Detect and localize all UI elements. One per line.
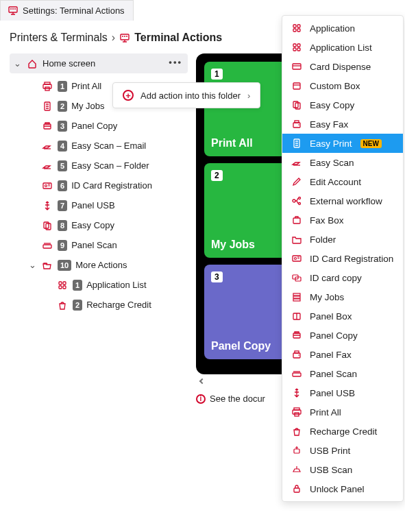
tile-label: Panel Copy bbox=[211, 340, 271, 352]
fax-icon bbox=[291, 119, 303, 130]
menu-item[interactable]: ID Card Registration bbox=[282, 249, 403, 268]
menu-item[interactable]: Custom Box bbox=[282, 76, 403, 95]
tree-item[interactable]: 5 Easy Scan – Folder bbox=[10, 156, 188, 176]
tree-root[interactable]: ⌄ Home screen ••• bbox=[10, 53, 188, 73]
tree-subitem[interactable]: 1 Application List bbox=[10, 275, 188, 295]
menu-label: Unlock Panel bbox=[310, 484, 365, 494]
item-number: 6 bbox=[58, 180, 67, 191]
menu-item[interactable]: Panel Box bbox=[282, 306, 403, 326]
folder-icon bbox=[291, 234, 303, 245]
menu-item[interactable]: Folder bbox=[282, 230, 403, 249]
item-number: 3 bbox=[58, 121, 67, 132]
tree-more-actions[interactable]: ⌄ 10 More Actions bbox=[10, 255, 188, 275]
menu-item[interactable]: Print All bbox=[282, 402, 403, 422]
tree-item[interactable]: 7 Panel USB bbox=[10, 195, 188, 215]
item-label: Recharge Credit bbox=[86, 300, 151, 310]
chevron-down-icon[interactable]: ⌄ bbox=[12, 58, 22, 69]
scan-icon bbox=[41, 160, 53, 171]
menu-item[interactable]: Application List bbox=[282, 38, 403, 57]
scroll-left-icon[interactable] bbox=[199, 378, 205, 384]
action-menu: Application Application List Card Dispen… bbox=[282, 15, 404, 502]
add-action-button[interactable]: + Add action into this folder › bbox=[112, 82, 260, 108]
scanflat-icon bbox=[41, 240, 53, 251]
scanflat-icon bbox=[291, 368, 303, 379]
menu-label: Panel Box bbox=[310, 311, 352, 322]
chevron-right-icon: › bbox=[247, 90, 250, 101]
pbox-icon bbox=[291, 311, 303, 322]
menu-label: Easy Scan bbox=[310, 158, 354, 168]
menu-label: Easy Fax bbox=[310, 119, 348, 130]
tile-number: 3 bbox=[211, 271, 223, 282]
item-number: 1 bbox=[58, 81, 67, 92]
copy-icon bbox=[291, 99, 303, 110]
copy-icon bbox=[41, 220, 53, 231]
menu-item[interactable]: External workflow bbox=[282, 191, 403, 210]
usb-icon bbox=[291, 387, 303, 398]
item-label: My Jobs bbox=[71, 101, 104, 111]
menu-item[interactable]: Easy PrintNEW bbox=[282, 134, 403, 153]
printer-icon bbox=[41, 81, 53, 92]
menu-label: Easy Print bbox=[310, 138, 352, 149]
menu-item[interactable]: USB Scan bbox=[282, 460, 403, 479]
tree-item[interactable]: 4 Easy Scan – Email bbox=[10, 136, 188, 156]
menu-item[interactable]: Panel Scan bbox=[282, 364, 403, 383]
breadcrumb-sep: › bbox=[112, 32, 115, 44]
menu-label: Application bbox=[310, 23, 355, 34]
tile-label: Print All bbox=[211, 137, 253, 149]
tab-title: Settings: Terminal Actions bbox=[23, 5, 125, 16]
menu-item[interactable]: ID card copy bbox=[282, 268, 403, 287]
menu-item[interactable]: Easy Fax bbox=[282, 114, 403, 134]
terminal-icon bbox=[8, 5, 19, 16]
scan-icon bbox=[291, 157, 303, 168]
menu-item[interactable]: Panel Fax bbox=[282, 345, 403, 364]
grid-icon bbox=[291, 23, 303, 34]
tree-item[interactable]: 9 Panel Scan bbox=[10, 235, 188, 255]
menu-item[interactable]: Fax Box bbox=[282, 210, 403, 230]
breadcrumb-printers[interactable]: Printers & Terminals bbox=[10, 32, 108, 44]
item-number: 5 bbox=[58, 160, 67, 171]
item-label: Easy Scan – Folder bbox=[71, 160, 149, 171]
grid-icon bbox=[291, 42, 303, 53]
tree-item[interactable]: 8 Easy Copy bbox=[10, 215, 188, 235]
menu-item[interactable]: My Jobs bbox=[282, 287, 403, 306]
usbprint-icon bbox=[291, 445, 303, 456]
settings-tab[interactable]: Settings: Terminal Actions bbox=[0, 0, 134, 21]
kebab-icon[interactable]: ••• bbox=[169, 57, 182, 67]
menu-item[interactable]: Panel USB bbox=[282, 383, 403, 402]
chevron-down-icon[interactable]: ⌄ bbox=[27, 260, 37, 270]
menu-item[interactable]: USB Print bbox=[282, 441, 403, 460]
menu-label: My Jobs bbox=[310, 292, 344, 302]
idcard-icon bbox=[41, 180, 53, 191]
edit-icon bbox=[291, 176, 303, 187]
tree-item[interactable]: 3 Panel Copy bbox=[10, 116, 188, 136]
card-icon bbox=[291, 61, 303, 72]
doc-icon bbox=[291, 138, 303, 149]
info-icon: i bbox=[196, 394, 206, 404]
tree-subitem[interactable]: 2 Recharge Credit bbox=[10, 295, 188, 315]
menu-item[interactable]: Easy Scan bbox=[282, 153, 403, 172]
item-number: 8 bbox=[58, 220, 67, 231]
breadcrumb-icon bbox=[119, 32, 130, 43]
item-number: 7 bbox=[58, 200, 67, 211]
usb-icon bbox=[41, 200, 53, 211]
idcard-icon bbox=[291, 253, 303, 264]
item-label: Easy Copy bbox=[71, 220, 114, 230]
menu-label: Panel USB bbox=[310, 388, 355, 398]
faxbox-icon bbox=[291, 215, 303, 226]
menu-item[interactable]: Unlock Panel bbox=[282, 479, 403, 498]
menu-item[interactable]: Recharge Credit bbox=[282, 422, 403, 441]
item-label: ID Card Registration bbox=[71, 180, 152, 191]
item-number: 1 bbox=[73, 280, 82, 291]
menu-item[interactable]: Edit Account bbox=[282, 172, 403, 191]
menu-item[interactable]: Panel Copy bbox=[282, 326, 403, 345]
stack-icon bbox=[291, 291, 303, 302]
menu-item[interactable]: Card Dispense bbox=[282, 57, 403, 76]
menu-item[interactable]: Application bbox=[282, 19, 403, 38]
item-number: 2 bbox=[58, 101, 67, 112]
lock-icon bbox=[291, 483, 303, 494]
menu-label: ID card copy bbox=[310, 273, 362, 283]
tile-label: My Jobs bbox=[211, 239, 255, 251]
tree-item[interactable]: 6 ID Card Registration bbox=[10, 176, 188, 195]
menu-label: Panel Scan bbox=[310, 369, 357, 379]
menu-item[interactable]: Easy Copy bbox=[282, 95, 403, 114]
